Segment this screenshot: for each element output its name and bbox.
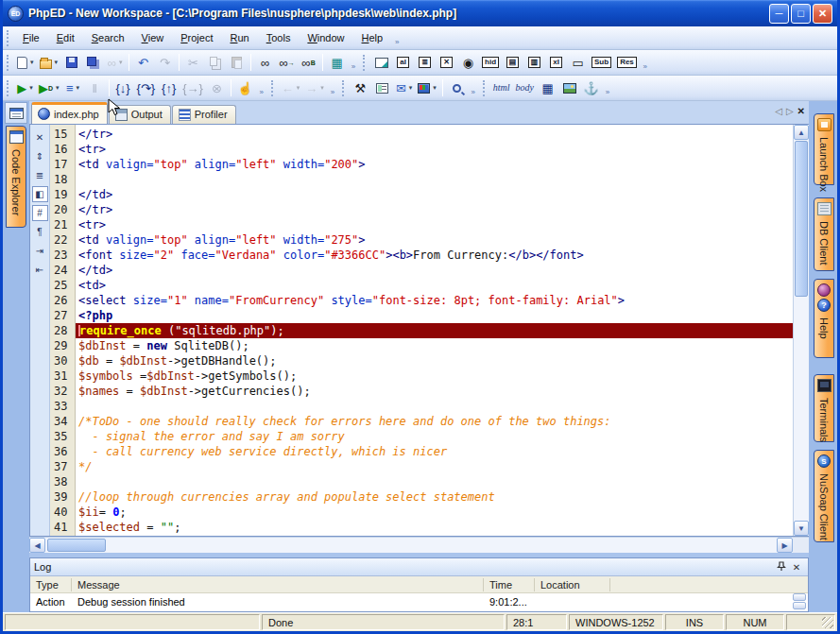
tab-output[interactable]: Output — [109, 105, 171, 124]
vertical-scrollbar[interactable]: ▲ ▼ — [793, 125, 809, 536]
publish-dropdown-arrow[interactable]: ▾ — [409, 84, 413, 92]
reload-file-button[interactable]: ≣ — [32, 167, 48, 183]
insert-checkbox-button[interactable]: ✕ — [436, 52, 457, 73]
log-close-icon[interactable]: ✕ — [789, 562, 804, 573]
run-button[interactable]: ▶▾ — [14, 77, 36, 98]
paste-button[interactable] — [226, 52, 248, 73]
horizontal-scroll-track[interactable] — [45, 538, 777, 553]
new-file-dropdown-arrow[interactable]: ▾ — [30, 59, 34, 66]
break-on-pause-button[interactable]: ☝ — [234, 77, 256, 98]
insert-form-button[interactable] — [370, 52, 392, 73]
appearance-button[interactable]: ▾ — [415, 77, 439, 98]
toolbar-grip[interactable] — [7, 55, 9, 71]
insert-submit-button-button[interactable]: Sub — [589, 52, 614, 73]
toolbar-overflow-chevron[interactable]: » — [602, 79, 613, 96]
run-in-debugger-button[interactable]: ▶D▾ — [36, 77, 62, 98]
panel-tab-help[interactable]: ?Help — [814, 279, 834, 358]
vertical-scroll-thumb[interactable] — [795, 141, 808, 297]
save-all-button[interactable] — [82, 52, 104, 73]
split-view-button[interactable]: ⇕ — [32, 148, 48, 164]
find-next-button[interactable]: ∞→ — [276, 52, 298, 73]
insert-listbox-button[interactable]: ▤ — [502, 52, 523, 73]
back-button[interactable]: ←▾ — [279, 77, 303, 98]
resize-grip[interactable] — [822, 617, 833, 628]
project-properties-button[interactable] — [371, 77, 393, 98]
log-column-location[interactable]: Location — [535, 578, 610, 591]
character-map-button[interactable]: ▦ — [326, 52, 348, 73]
menu-search[interactable]: Search — [83, 28, 133, 47]
log-column-message[interactable]: Message — [72, 578, 484, 591]
insert-radio-button[interactable]: ◉ — [457, 52, 479, 73]
forward-dropdown-arrow[interactable]: ▾ — [320, 84, 324, 92]
new-file-button[interactable]: ▾ — [14, 52, 37, 73]
menu-project[interactable]: Project — [172, 28, 221, 47]
insert-combobox-button[interactable]: ▥ — [523, 52, 545, 73]
insert-text-field-button[interactable]: aI — [392, 52, 414, 73]
insert-image-button[interactable] — [558, 77, 580, 98]
find-button[interactable]: ∞ — [254, 52, 276, 73]
save-button[interactable] — [60, 52, 82, 73]
toolbar-overflow-chevron[interactable]: » — [468, 79, 479, 96]
log-column-time[interactable]: Time — [484, 578, 535, 591]
close-button[interactable]: ✕ — [813, 4, 832, 24]
menu-run[interactable]: Run — [222, 28, 258, 47]
publish-button[interactable]: ✉▾ — [393, 77, 415, 98]
log-mini-scrollbar[interactable] — [793, 593, 806, 609]
open-file-dropdown-arrow[interactable]: ▾ — [55, 59, 59, 66]
stop-button[interactable]: ⊗ — [206, 77, 228, 98]
settings-button[interactable]: ⚒ — [350, 77, 371, 98]
back-dropdown-arrow[interactable]: ▾ — [297, 84, 300, 92]
step-over-button[interactable]: {↷} — [134, 77, 159, 98]
scroll-right-button[interactable]: ▶ — [777, 538, 793, 553]
panel-manager-button[interactable] — [5, 102, 27, 124]
menu-file[interactable]: File — [14, 28, 48, 47]
close-file-button[interactable]: ✕ — [32, 129, 48, 146]
panel-tab-launch-box[interactable]: Launch Box — [814, 113, 834, 185]
scroll-up-button[interactable]: ▲ — [794, 125, 809, 140]
scroll-tabs-left-button[interactable]: ◁ — [775, 106, 782, 116]
minimize-button[interactable]: ─ — [769, 4, 789, 24]
scroll-left-button[interactable]: ◀ — [29, 538, 45, 553]
log-column-type[interactable]: Type — [30, 578, 72, 591]
toolbar-grip[interactable] — [363, 55, 366, 71]
insert-table-button[interactable]: ▦ — [537, 77, 558, 98]
insert-password-field-button[interactable]: xI — [545, 52, 567, 73]
toolbar-grip[interactable] — [7, 30, 9, 46]
toolbar-overflow-chevron[interactable]: » — [348, 54, 359, 71]
html-tag-button[interactable]: html — [490, 77, 513, 98]
menu-tools[interactable]: Tools — [258, 28, 300, 47]
toggle-line-numbers-button[interactable]: # — [32, 205, 48, 221]
run-in-debugger-dropdown-arrow[interactable]: ▾ — [56, 84, 60, 92]
pin-icon[interactable] — [774, 561, 789, 573]
body-tag-button[interactable]: body — [513, 77, 537, 98]
toolbar-overflow-chevron[interactable]: » — [327, 79, 338, 96]
insert-hidden-field-button[interactable]: hid — [479, 52, 502, 73]
panel-tab-terminals[interactable]: Terminals — [814, 374, 834, 442]
menu-window[interactable]: Window — [299, 28, 352, 47]
redo-button[interactable]: ↷ — [154, 52, 176, 73]
menu-overflow-chevron[interactable]: » — [391, 29, 403, 46]
toolbar-grip[interactable] — [7, 80, 9, 96]
open-file-button[interactable]: ▾ — [37, 52, 61, 73]
menu-help[interactable]: Help — [353, 28, 392, 47]
step-into-button[interactable]: {↓} — [112, 77, 134, 98]
insert-menu-button[interactable]: ≣ — [414, 52, 436, 73]
appearance-dropdown-arrow[interactable]: ▾ — [433, 84, 437, 92]
horizontal-scrollbar[interactable]: ◀ ▶ — [29, 537, 809, 553]
close-document-button[interactable]: ✕ — [797, 106, 805, 116]
step-out-button[interactable]: {↑} — [158, 77, 180, 98]
forward-button[interactable]: →▾ — [302, 77, 327, 98]
run-dropdown-arrow[interactable]: ▾ — [29, 84, 33, 92]
tab-index-php[interactable]: index.php — [31, 102, 108, 124]
scroll-tabs-right-button[interactable]: ▷ — [786, 106, 794, 116]
panel-tab-db-client[interactable]: DB Client — [814, 197, 834, 271]
log-row[interactable]: ActionDebug session finished9:01:2... — [30, 593, 610, 609]
horizontal-scroll-thumb[interactable] — [47, 539, 106, 552]
run-mode-button[interactable]: ≡▾ — [62, 77, 84, 98]
scroll-down-button[interactable]: ▼ — [794, 521, 809, 536]
run-mode-dropdown-arrow[interactable]: ▾ — [77, 84, 80, 92]
toolbar-grip[interactable] — [271, 80, 274, 96]
toolbar-grip[interactable] — [483, 80, 486, 96]
maximize-button[interactable]: □ — [791, 4, 811, 24]
insert-reset-button-button[interactable]: Res — [614, 52, 640, 73]
